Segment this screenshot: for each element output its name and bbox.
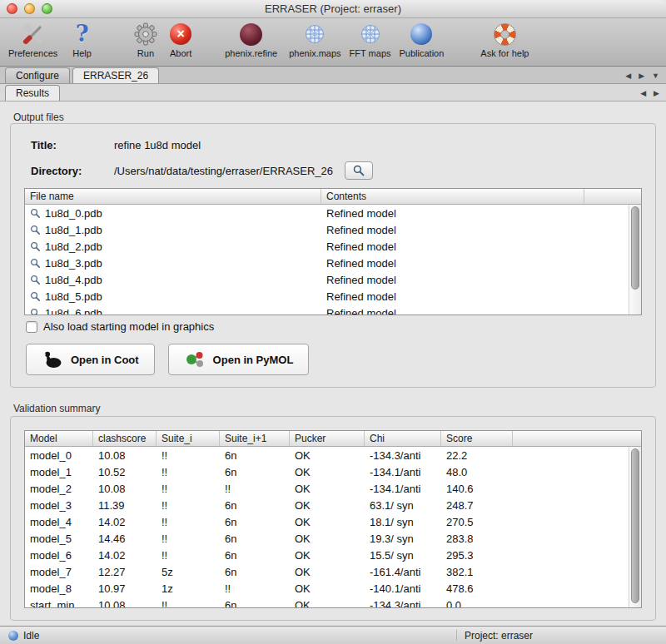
tab-configure[interactable]: Configure	[5, 67, 70, 83]
cell-clashscore: 10.08	[93, 483, 157, 495]
preferences-icon	[21, 21, 46, 47]
minimize-button[interactable]	[24, 3, 35, 14]
column-header-suite-i[interactable]: Suite_i	[157, 431, 220, 446]
cell-pucker: OK	[290, 499, 365, 512]
table-row[interactable]: model_3 11.39 !! 6n OK 63.1/ syn 248.7	[25, 497, 641, 513]
toolbar-abort[interactable]: × Abort	[170, 21, 191, 58]
close-button[interactable]	[7, 3, 17, 14]
column-header-contents[interactable]: Contents	[321, 189, 584, 204]
file-name: 1u8d_4.pdb	[45, 274, 102, 286]
cell-suite-i1: 6n	[220, 499, 290, 512]
zoom-button[interactable]	[42, 3, 52, 14]
magnifier-icon	[30, 225, 41, 235]
tab-scroll-right-icon[interactable]: ▶	[639, 72, 644, 80]
file-name: 1u8d_6.pdb	[45, 307, 102, 316]
sub-tab-scroll-right-icon[interactable]: ▶	[654, 89, 659, 97]
output-files-table: File name Contents 1u8d_0.pdb Refined mo…	[24, 188, 642, 315]
column-header-model[interactable]: Model	[25, 431, 93, 446]
browse-directory-button[interactable]	[345, 161, 373, 180]
file-name: 1u8d_2.pdb	[45, 240, 102, 253]
vertical-scrollbar[interactable]	[629, 447, 641, 607]
cell-suite-i: !!	[157, 499, 220, 512]
cell-clashscore: 14.02	[93, 549, 157, 562]
button-label: Open in Coot	[71, 354, 139, 366]
cell-chi: 19.3/ syn	[365, 533, 441, 545]
toolbar-publication[interactable]: Publication	[400, 21, 445, 58]
validation-summary-label: Validation summary	[13, 403, 100, 414]
toolbar-label: Preferences	[8, 48, 57, 58]
toolbar-phenix-refine[interactable]: phenix.refine	[225, 21, 277, 58]
cell-model: model_1	[25, 466, 93, 478]
cell-suite-i: !!	[157, 549, 220, 562]
open-in-coot-button[interactable]: Open in Coot	[26, 344, 155, 375]
column-header-clashscore[interactable]: clashscore	[93, 431, 157, 446]
table-row[interactable]: model_7 12.27 5z 6n OK -161.4/anti 382.1	[25, 563, 641, 580]
tab-results[interactable]: Results	[5, 85, 60, 101]
cell-clashscore: 11.39	[93, 499, 157, 512]
table-row[interactable]: model_2 10.08 !! !! OK -134.1/anti 140.6	[25, 480, 641, 497]
scrollbar-thumb[interactable]	[631, 448, 639, 603]
table-row[interactable]: 1u8d_4.pdb Refined model	[25, 271, 641, 288]
column-header-blank[interactable]	[584, 189, 641, 204]
magnifier-icon	[30, 275, 41, 285]
toolbar-fft-maps[interactable]: FFT maps	[350, 21, 391, 58]
cell-suite-i1: !!	[220, 582, 290, 595]
toolbar-label: Abort	[170, 48, 191, 58]
file-name: 1u8d_5.pdb	[45, 290, 102, 303]
toolbar: Preferences ? Help	[0, 18, 666, 67]
toolbar-phenix-maps[interactable]: phenix.maps	[289, 21, 340, 58]
column-header-file-name[interactable]: File name	[25, 189, 321, 204]
table-row[interactable]: start_min 10.08 !! 6n OK -134.3/anti 0.0	[25, 597, 641, 608]
tab-list-icon[interactable]: ▼	[652, 72, 659, 80]
load-starting-model-checkbox[interactable]	[26, 321, 37, 333]
magnifier-icon	[353, 165, 365, 176]
table-row[interactable]: 1u8d_0.pdb Refined model	[25, 205, 641, 221]
title-bar: ERRASER (Project: erraser)	[0, 0, 666, 18]
load-starting-model-option: Also load starting model in graphics	[26, 320, 214, 333]
cell-score: 0.0	[441, 599, 513, 609]
cell-suite-i1: 6n	[220, 566, 290, 578]
sub-tab-scroll-left-icon[interactable]: ◀	[640, 89, 646, 97]
tab-erraser-26[interactable]: ERRASER_26	[72, 67, 159, 83]
table-row[interactable]: model_6 14.02 !! 6n OK 15.5/ syn 295.3	[25, 547, 641, 563]
column-header-blank[interactable]	[513, 431, 641, 446]
ask-for-help-icon	[494, 21, 516, 47]
table-row[interactable]: 1u8d_5.pdb Refined model	[25, 288, 641, 305]
table-row[interactable]: model_5 14.46 !! 6n OK 19.3/ syn 283.8	[25, 530, 641, 547]
column-header-pucker[interactable]: Pucker	[290, 431, 365, 446]
toolbar-run[interactable]: Run	[133, 21, 158, 58]
cell-chi: -161.4/anti	[365, 566, 441, 578]
table-row[interactable]: model_8 10.97 1z !! OK -140.1/anti 478.6	[25, 580, 641, 597]
cell-suite-i1: 6n	[220, 549, 290, 562]
vertical-scrollbar[interactable]	[629, 205, 641, 315]
toolbar-help[interactable]: ? Help	[72, 21, 92, 58]
validation-table: Model clashscore Suite_i Suite_i+1 Pucke…	[24, 430, 642, 608]
column-header-score[interactable]: Score	[441, 431, 513, 446]
scrollbar-thumb[interactable]	[631, 206, 639, 290]
file-contents: Refined model	[321, 257, 584, 270]
column-header-suite-i1[interactable]: Suite_i+1	[220, 431, 290, 446]
table-row[interactable]: 1u8d_6.pdb Refined model	[25, 305, 641, 315]
column-header-chi[interactable]: Chi	[365, 431, 441, 446]
open-in-pymol-button[interactable]: Open in PyMOL	[168, 344, 310, 375]
table-row[interactable]: 1u8d_1.pdb Refined model	[25, 221, 641, 238]
cell-suite-i: !!	[157, 449, 220, 462]
cell-chi: -134.3/anti	[365, 449, 441, 462]
cell-model: model_7	[25, 566, 93, 578]
toolbar-preferences[interactable]: Preferences	[8, 21, 57, 58]
open-buttons: Open in Coot Open in PyMOL	[26, 344, 309, 375]
file-contents: Refined model	[321, 224, 584, 236]
toolbar-ask-for-help[interactable]: Ask for help	[480, 21, 529, 58]
table-row[interactable]: 1u8d_3.pdb Refined model	[25, 255, 641, 271]
cell-score: 140.6	[441, 483, 513, 495]
table-row[interactable]: model_4 14.02 !! 6n OK 18.1/ syn 270.5	[25, 513, 641, 530]
tab-scroll-left-icon[interactable]: ◀	[625, 72, 631, 80]
file-name: 1u8d_0.pdb	[45, 207, 102, 220]
sub-tab-nav-arrows: ◀ ▶	[640, 89, 659, 97]
cell-score: 22.2	[441, 449, 513, 462]
table-row[interactable]: 1u8d_2.pdb Refined model	[25, 238, 641, 255]
cell-suite-i1: 6n	[220, 599, 290, 609]
table-row[interactable]: model_0 10.08 !! 6n OK -134.3/anti 22.2	[25, 447, 641, 463]
abort-icon: ×	[170, 21, 191, 47]
table-row[interactable]: model_1 10.52 !! 6n OK -134.1/anti 48.0	[25, 463, 641, 480]
